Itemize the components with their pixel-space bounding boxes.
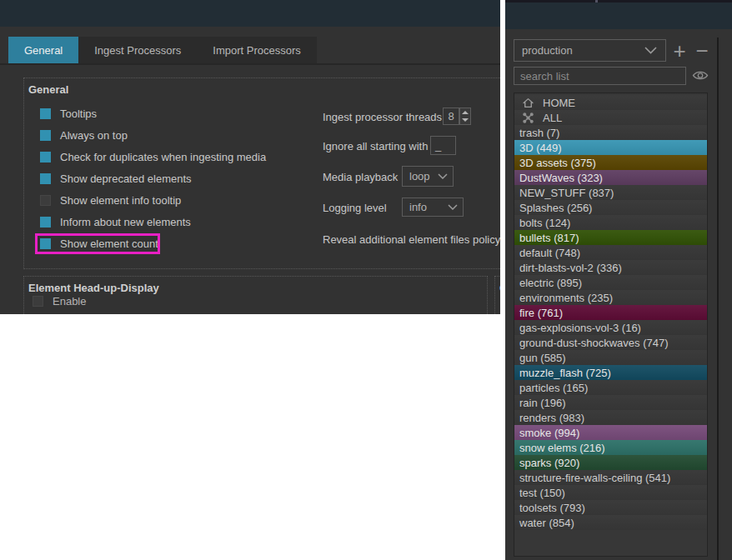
chevron-down-icon [448, 204, 458, 210]
list-item-label: NEW_STUFF (837) [519, 187, 614, 199]
list-item-label: gas-explosions-vol-3 (16) [519, 322, 641, 334]
list-selector-dropdown[interactable]: production [514, 39, 666, 62]
checkbox-column: TooltipsAlways on topCheck for duplicate… [40, 102, 315, 254]
settings-checkbox-row[interactable]: Tooltips [40, 102, 315, 124]
home-icon [521, 96, 534, 109]
spin-down-icon[interactable] [460, 117, 470, 125]
list-item-label: bullets (817) [519, 232, 579, 244]
list-item-label: water (854) [519, 517, 574, 529]
checkbox-label: Check for duplicates when ingesting medi… [60, 151, 266, 163]
list-item[interactable]: renders (983) [514, 410, 707, 425]
settings-checkbox-row[interactable]: Show element info tooltip [40, 189, 315, 211]
list-item[interactable]: ground-dust-shockwaves (747) [514, 335, 707, 350]
list-item-label: particles (165) [519, 382, 588, 394]
nav-item-home[interactable]: HOME [514, 95, 707, 110]
list-item[interactable]: snow elems (216) [514, 440, 707, 455]
list-item[interactable]: toolsets (793) [514, 500, 707, 515]
list-item-label: smoke (994) [519, 427, 579, 439]
list-item-label: bolts (124) [519, 217, 570, 229]
tab-bar: General Ingest Processors Import Process… [8, 37, 317, 64]
list-item[interactable]: bolts (124) [514, 215, 707, 230]
add-list-button[interactable]: + [669, 39, 689, 62]
search-input[interactable]: search list [514, 67, 686, 85]
nav-item-all[interactable]: ALL [514, 110, 707, 125]
checkbox-label: Show element count [60, 238, 158, 250]
list-item[interactable]: muzzle_flash (725) [514, 365, 707, 380]
threads-input[interactable]: 8 [443, 108, 459, 125]
list-item-label: snow elems (216) [519, 442, 605, 454]
tab-import-processors[interactable]: Import Processors [197, 37, 316, 64]
list-item[interactable]: NEW_STUFF (837) [514, 185, 707, 200]
list-item[interactable]: bullets (817) [514, 230, 707, 245]
list-item[interactable]: particles (165) [514, 380, 707, 395]
eye-icon[interactable] [692, 69, 709, 82]
list-item[interactable]: gun (585) [514, 350, 707, 365]
checkbox-checked[interactable] [40, 130, 51, 141]
list-item[interactable]: Splashes (256) [514, 200, 707, 215]
checkbox-checked[interactable] [40, 217, 51, 228]
list-item-label: dirt-blasts-vol-2 (336) [519, 262, 622, 274]
reveal-policy-label: Reveal additional element files policy [323, 233, 500, 246]
chevron-down-icon [438, 173, 448, 179]
list-item-label: 3D (449) [519, 142, 562, 154]
list-item-label: fire (761) [519, 307, 563, 319]
ignore-label: Ignore all starting with [323, 140, 428, 152]
list-item[interactable]: fire (761) [514, 305, 707, 320]
lists-list: HOMEALLtrash (7)3D (449)3D assets (375)D… [514, 92, 708, 557]
general-group-title: General [28, 83, 68, 96]
list-item-label: trash (7) [519, 127, 559, 139]
hud-enable-row[interactable]: Enable [33, 295, 86, 308]
list-item[interactable]: rain (196) [514, 395, 707, 410]
list-item[interactable]: structure-fire-walls-ceiling (541) [514, 470, 707, 485]
list-item[interactable]: gas-explosions-vol-3 (16) [514, 320, 707, 335]
list-item[interactable]: DustWaves (323) [514, 170, 707, 185]
settings-checkbox-row[interactable]: Inform about new elements [40, 211, 315, 232]
checkbox-label: Show element info tooltip [60, 194, 181, 207]
logging-level-dropdown[interactable]: info [402, 198, 464, 217]
settings-checkbox-row[interactable]: Show deprecated elements [40, 168, 315, 189]
list-item[interactable]: default (748) [514, 245, 707, 260]
media-playback-label: Media playback [323, 171, 398, 183]
list-panel: production + − search list HOMEALLtrash … [505, 0, 732, 560]
list-item[interactable]: test (150) [514, 485, 707, 500]
checkbox-checked[interactable] [40, 173, 51, 184]
threads-spinner[interactable] [459, 108, 471, 125]
list-item[interactable]: smoke (994) [514, 425, 707, 440]
media-playback-dropdown[interactable]: loop [402, 166, 454, 187]
list-item[interactable]: electric (895) [514, 275, 707, 290]
settings-checkbox-row[interactable]: Check for duplicates when ingesting medi… [40, 146, 315, 168]
list-item-label: rain (196) [519, 397, 566, 409]
tab-ingest-processors[interactable]: Ingest Processors [78, 37, 197, 64]
list-item-label: toolsets (793) [519, 502, 585, 514]
list-item-label: sparks (920) [519, 457, 579, 469]
settings-checkbox-row[interactable]: Show element count [40, 232, 315, 254]
list-selector-value: production [514, 44, 644, 57]
list-item-label: 3D assets (375) [519, 157, 596, 169]
list-item[interactable]: water (854) [514, 515, 707, 530]
checkbox-label: Show deprecated elements [60, 172, 192, 185]
list-item-label: structure-fire-walls-ceiling (541) [519, 472, 670, 484]
list-item-label: DustWaves (323) [519, 172, 603, 184]
logging-level-value: info [403, 201, 448, 213]
checkbox-checked[interactable] [40, 238, 51, 249]
settings-checkbox-row[interactable]: Always on top [40, 124, 315, 146]
list-item[interactable]: 3D assets (375) [514, 155, 707, 170]
tab-general[interactable]: General [8, 37, 78, 64]
media-playback-value: loop [403, 170, 438, 182]
ignore-input[interactable]: _ [430, 136, 456, 155]
remove-list-button[interactable]: − [692, 39, 712, 62]
checkbox-checked[interactable] [40, 152, 51, 162]
list-item[interactable]: trash (7) [514, 125, 707, 140]
scrollbar-track[interactable] [717, 38, 719, 560]
checkbox-unchecked[interactable] [40, 195, 51, 206]
titlebar [0, 0, 500, 27]
list-item[interactable]: dirt-blasts-vol-2 (336) [514, 260, 707, 275]
tab-divider [0, 63, 500, 65]
list-item[interactable]: 3D (449) [514, 140, 707, 155]
spin-up-icon[interactable] [460, 108, 470, 117]
list-item[interactable]: sparks (920) [514, 455, 707, 470]
enable-checkbox[interactable] [33, 296, 43, 307]
list-item[interactable]: environments (235) [514, 290, 707, 305]
checkbox-checked[interactable] [40, 108, 51, 119]
checkbox-label: Always on top [60, 129, 128, 142]
